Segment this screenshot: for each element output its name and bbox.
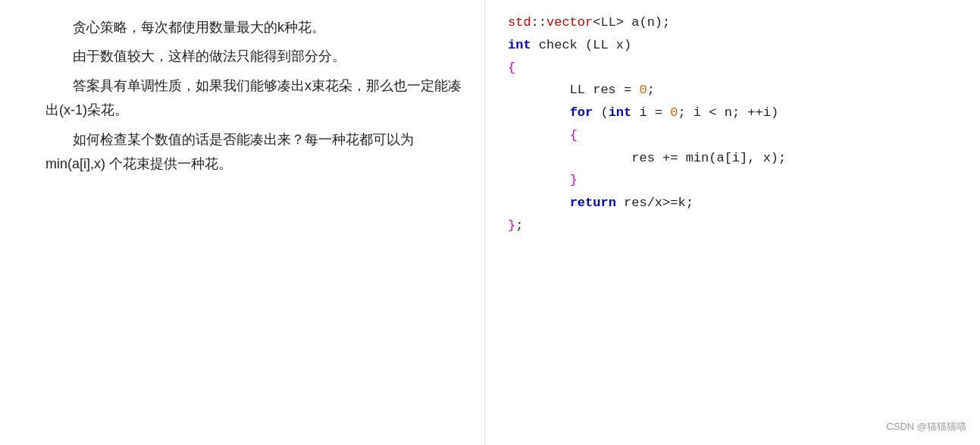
code-line-3: { bbox=[508, 57, 965, 80]
code-line-10: }; bbox=[508, 215, 965, 237]
paragraph-3: 答案具有单调性质，如果我们能够凑出x束花朵，那么也一定能凑出(x-1)朵花。 bbox=[45, 74, 462, 123]
watermark: CSDN @猫猫猫喵 bbox=[886, 418, 966, 436]
code-line-5: for (int i = 0; i < n; ++i) bbox=[508, 102, 965, 124]
code-line-1: std::vector<LL> a(n); bbox=[508, 11, 965, 34]
right-panel: std::vector<LL> a(n); int check (LL x) {… bbox=[485, 0, 980, 445]
paragraph-1: 贪心策略，每次都使用数量最大的k种花。 bbox=[45, 15, 462, 39]
left-panel: 贪心策略，每次都使用数量最大的k种花。 由于数值较大，这样的做法只能得到部分分。… bbox=[0, 0, 485, 445]
code-line-9: return res/x>=k; bbox=[508, 192, 965, 215]
code-line-8: } bbox=[508, 169, 965, 192]
code-line-6: { bbox=[508, 124, 965, 147]
code-line-4: LL res = 0; bbox=[508, 79, 965, 102]
paragraph-4: 如何检查某个数值的话是否能凑出来？每一种花都可以为min(a[i],x) 个花束… bbox=[45, 127, 462, 177]
paragraph-2: 由于数值较大，这样的做法只能得到部分分。 bbox=[45, 44, 462, 68]
code-line-7: res += min(a[i], x); bbox=[508, 147, 965, 170]
code-line-2: int check (LL x) bbox=[508, 34, 965, 57]
